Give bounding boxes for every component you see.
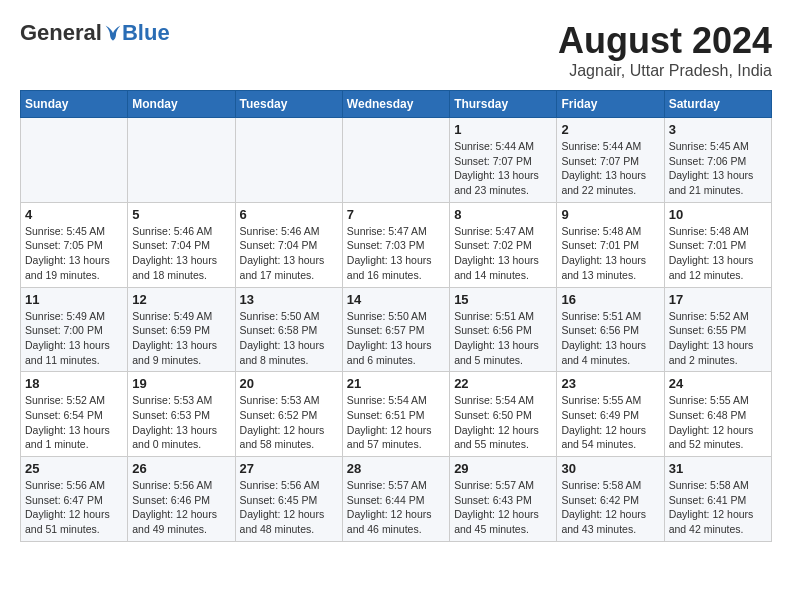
day-cell: 1Sunrise: 5:44 AM Sunset: 7:07 PM Daylig… (450, 118, 557, 203)
day-info: Sunrise: 5:56 AM Sunset: 6:46 PM Dayligh… (132, 478, 230, 537)
day-cell: 19Sunrise: 5:53 AM Sunset: 6:53 PM Dayli… (128, 372, 235, 457)
day-number: 27 (240, 461, 338, 476)
day-cell (235, 118, 342, 203)
day-number: 18 (25, 376, 123, 391)
day-number: 14 (347, 292, 445, 307)
week-row-4: 18Sunrise: 5:52 AM Sunset: 6:54 PM Dayli… (21, 372, 772, 457)
day-info: Sunrise: 5:44 AM Sunset: 7:07 PM Dayligh… (454, 139, 552, 198)
day-info: Sunrise: 5:53 AM Sunset: 6:52 PM Dayligh… (240, 393, 338, 452)
calendar-table: SundayMondayTuesdayWednesdayThursdayFrid… (20, 90, 772, 542)
day-number: 16 (561, 292, 659, 307)
day-number: 2 (561, 122, 659, 137)
day-info: Sunrise: 5:44 AM Sunset: 7:07 PM Dayligh… (561, 139, 659, 198)
day-info: Sunrise: 5:58 AM Sunset: 6:41 PM Dayligh… (669, 478, 767, 537)
day-cell: 22Sunrise: 5:54 AM Sunset: 6:50 PM Dayli… (450, 372, 557, 457)
day-cell (342, 118, 449, 203)
page-header: General Blue August 2024 Jagnair, Uttar … (20, 20, 772, 80)
col-header-wednesday: Wednesday (342, 91, 449, 118)
day-info: Sunrise: 5:56 AM Sunset: 6:45 PM Dayligh… (240, 478, 338, 537)
day-number: 31 (669, 461, 767, 476)
day-cell: 23Sunrise: 5:55 AM Sunset: 6:49 PM Dayli… (557, 372, 664, 457)
day-number: 23 (561, 376, 659, 391)
day-cell: 12Sunrise: 5:49 AM Sunset: 6:59 PM Dayli… (128, 287, 235, 372)
day-number: 4 (25, 207, 123, 222)
day-info: Sunrise: 5:50 AM Sunset: 6:58 PM Dayligh… (240, 309, 338, 368)
day-cell: 26Sunrise: 5:56 AM Sunset: 6:46 PM Dayli… (128, 457, 235, 542)
day-info: Sunrise: 5:46 AM Sunset: 7:04 PM Dayligh… (132, 224, 230, 283)
day-cell: 3Sunrise: 5:45 AM Sunset: 7:06 PM Daylig… (664, 118, 771, 203)
day-cell: 17Sunrise: 5:52 AM Sunset: 6:55 PM Dayli… (664, 287, 771, 372)
day-info: Sunrise: 5:47 AM Sunset: 7:02 PM Dayligh… (454, 224, 552, 283)
col-header-sunday: Sunday (21, 91, 128, 118)
day-info: Sunrise: 5:58 AM Sunset: 6:42 PM Dayligh… (561, 478, 659, 537)
col-header-monday: Monday (128, 91, 235, 118)
calendar-header-row: SundayMondayTuesdayWednesdayThursdayFrid… (21, 91, 772, 118)
logo-general-text: General (20, 20, 102, 46)
day-number: 10 (669, 207, 767, 222)
day-cell: 9Sunrise: 5:48 AM Sunset: 7:01 PM Daylig… (557, 202, 664, 287)
day-info: Sunrise: 5:56 AM Sunset: 6:47 PM Dayligh… (25, 478, 123, 537)
logo: General Blue (20, 20, 170, 46)
col-header-tuesday: Tuesday (235, 91, 342, 118)
day-number: 5 (132, 207, 230, 222)
day-cell: 21Sunrise: 5:54 AM Sunset: 6:51 PM Dayli… (342, 372, 449, 457)
title-block: August 2024 Jagnair, Uttar Pradesh, Indi… (558, 20, 772, 80)
day-cell: 30Sunrise: 5:58 AM Sunset: 6:42 PM Dayli… (557, 457, 664, 542)
day-cell: 10Sunrise: 5:48 AM Sunset: 7:01 PM Dayli… (664, 202, 771, 287)
month-title: August 2024 (558, 20, 772, 62)
day-number: 8 (454, 207, 552, 222)
day-info: Sunrise: 5:54 AM Sunset: 6:50 PM Dayligh… (454, 393, 552, 452)
day-number: 30 (561, 461, 659, 476)
day-info: Sunrise: 5:53 AM Sunset: 6:53 PM Dayligh… (132, 393, 230, 452)
day-number: 20 (240, 376, 338, 391)
day-cell: 7Sunrise: 5:47 AM Sunset: 7:03 PM Daylig… (342, 202, 449, 287)
day-number: 15 (454, 292, 552, 307)
day-info: Sunrise: 5:57 AM Sunset: 6:43 PM Dayligh… (454, 478, 552, 537)
day-number: 21 (347, 376, 445, 391)
day-number: 9 (561, 207, 659, 222)
day-cell: 14Sunrise: 5:50 AM Sunset: 6:57 PM Dayli… (342, 287, 449, 372)
day-info: Sunrise: 5:45 AM Sunset: 7:05 PM Dayligh… (25, 224, 123, 283)
day-info: Sunrise: 5:50 AM Sunset: 6:57 PM Dayligh… (347, 309, 445, 368)
week-row-5: 25Sunrise: 5:56 AM Sunset: 6:47 PM Dayli… (21, 457, 772, 542)
week-row-2: 4Sunrise: 5:45 AM Sunset: 7:05 PM Daylig… (21, 202, 772, 287)
day-cell: 24Sunrise: 5:55 AM Sunset: 6:48 PM Dayli… (664, 372, 771, 457)
calendar-body: 1Sunrise: 5:44 AM Sunset: 7:07 PM Daylig… (21, 118, 772, 542)
day-cell: 31Sunrise: 5:58 AM Sunset: 6:41 PM Dayli… (664, 457, 771, 542)
day-number: 28 (347, 461, 445, 476)
logo-blue-text: Blue (122, 20, 170, 46)
day-cell (128, 118, 235, 203)
day-number: 29 (454, 461, 552, 476)
col-header-friday: Friday (557, 91, 664, 118)
day-number: 6 (240, 207, 338, 222)
col-header-saturday: Saturday (664, 91, 771, 118)
day-cell: 25Sunrise: 5:56 AM Sunset: 6:47 PM Dayli… (21, 457, 128, 542)
day-info: Sunrise: 5:48 AM Sunset: 7:01 PM Dayligh… (669, 224, 767, 283)
day-number: 22 (454, 376, 552, 391)
day-cell: 8Sunrise: 5:47 AM Sunset: 7:02 PM Daylig… (450, 202, 557, 287)
col-header-thursday: Thursday (450, 91, 557, 118)
day-cell: 28Sunrise: 5:57 AM Sunset: 6:44 PM Dayli… (342, 457, 449, 542)
day-cell: 16Sunrise: 5:51 AM Sunset: 6:56 PM Dayli… (557, 287, 664, 372)
day-info: Sunrise: 5:55 AM Sunset: 6:48 PM Dayligh… (669, 393, 767, 452)
day-info: Sunrise: 5:52 AM Sunset: 6:54 PM Dayligh… (25, 393, 123, 452)
day-number: 25 (25, 461, 123, 476)
day-number: 17 (669, 292, 767, 307)
logo-bird-icon (104, 24, 122, 42)
day-info: Sunrise: 5:55 AM Sunset: 6:49 PM Dayligh… (561, 393, 659, 452)
day-info: Sunrise: 5:49 AM Sunset: 6:59 PM Dayligh… (132, 309, 230, 368)
day-number: 26 (132, 461, 230, 476)
day-number: 12 (132, 292, 230, 307)
day-info: Sunrise: 5:51 AM Sunset: 6:56 PM Dayligh… (561, 309, 659, 368)
day-info: Sunrise: 5:57 AM Sunset: 6:44 PM Dayligh… (347, 478, 445, 537)
day-info: Sunrise: 5:51 AM Sunset: 6:56 PM Dayligh… (454, 309, 552, 368)
day-cell: 5Sunrise: 5:46 AM Sunset: 7:04 PM Daylig… (128, 202, 235, 287)
day-number: 7 (347, 207, 445, 222)
day-number: 3 (669, 122, 767, 137)
week-row-3: 11Sunrise: 5:49 AM Sunset: 7:00 PM Dayli… (21, 287, 772, 372)
day-info: Sunrise: 5:48 AM Sunset: 7:01 PM Dayligh… (561, 224, 659, 283)
day-cell: 11Sunrise: 5:49 AM Sunset: 7:00 PM Dayli… (21, 287, 128, 372)
day-info: Sunrise: 5:54 AM Sunset: 6:51 PM Dayligh… (347, 393, 445, 452)
day-cell: 27Sunrise: 5:56 AM Sunset: 6:45 PM Dayli… (235, 457, 342, 542)
day-cell: 20Sunrise: 5:53 AM Sunset: 6:52 PM Dayli… (235, 372, 342, 457)
